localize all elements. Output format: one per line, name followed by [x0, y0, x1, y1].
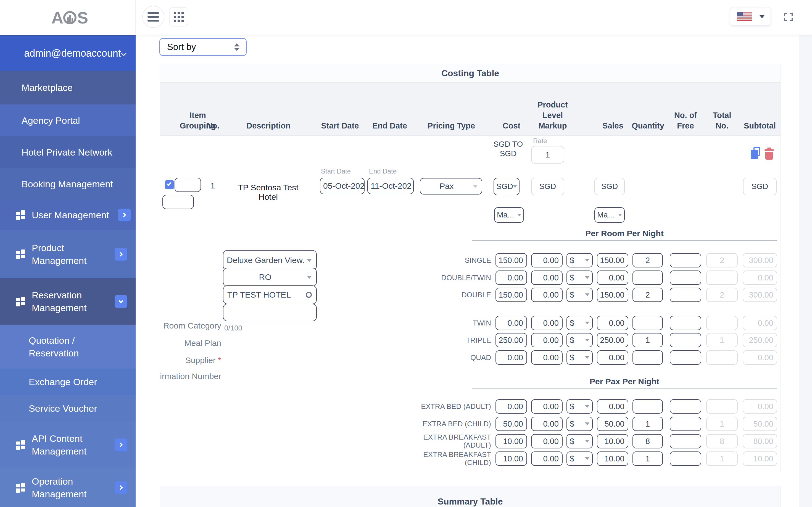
- cost-input[interactable]: [496, 333, 527, 347]
- rate-input[interactable]: [531, 146, 564, 164]
- delete-icon[interactable]: [764, 148, 774, 160]
- row-checkbox[interactable]: [165, 180, 174, 189]
- sidebar-item-hotel-private-network[interactable]: Hotel Private Network: [0, 136, 136, 168]
- sidebar-account-menu[interactable]: admin@demoaccount: [0, 35, 136, 70]
- chevron-down-icon[interactable]: [115, 295, 127, 308]
- quantity-input[interactable]: [632, 434, 663, 448]
- sidebar-item-booking-management[interactable]: Booking Management: [0, 168, 136, 200]
- cost-input[interactable]: [496, 417, 527, 431]
- chevron-right-icon[interactable]: [115, 481, 127, 494]
- cost-input[interactable]: [496, 316, 527, 330]
- markup-input[interactable]: [531, 316, 563, 330]
- sales-input[interactable]: [597, 451, 628, 466]
- markup-input[interactable]: [531, 451, 563, 466]
- sidebar-item-operation-management[interactable]: Operation Management: [0, 468, 136, 507]
- sales-input[interactable]: [597, 417, 628, 431]
- currency-mode-select[interactable]: $: [566, 451, 593, 466]
- quantity-input[interactable]: [632, 417, 663, 431]
- apps-grid-icon[interactable]: [169, 7, 188, 26]
- sales-input[interactable]: [597, 434, 628, 448]
- chevron-right-icon[interactable]: [118, 209, 131, 221]
- meal-plan-select[interactable]: RO: [223, 268, 317, 286]
- cost-markup-mode-select[interactable]: Ma...: [494, 207, 524, 223]
- cost-input[interactable]: [496, 288, 527, 302]
- copy-icon[interactable]: [751, 147, 762, 160]
- cost-input[interactable]: [496, 434, 527, 448]
- free-input[interactable]: [670, 288, 701, 302]
- quantity-input[interactable]: [632, 316, 663, 330]
- sidebar-item-marketplace[interactable]: Marketplace: [0, 70, 136, 104]
- markup-input[interactable]: [531, 350, 563, 365]
- cost-input[interactable]: [496, 271, 527, 285]
- chevron-right-icon[interactable]: [115, 439, 127, 451]
- free-input[interactable]: [670, 451, 701, 466]
- markup-input[interactable]: [531, 333, 563, 347]
- free-input[interactable]: [670, 434, 701, 448]
- hamburger-menu-icon[interactable]: [142, 6, 164, 28]
- sidebar-item-agency-portal[interactable]: Agency Portal: [0, 104, 136, 136]
- currency-mode-select[interactable]: $: [566, 316, 593, 330]
- sidebar-item-product-management[interactable]: Product Management: [0, 230, 136, 278]
- currency-mode-select[interactable]: $: [566, 271, 593, 285]
- meal-plan-label: Meal Plan: [160, 338, 221, 348]
- markup-input[interactable]: [531, 253, 563, 268]
- free-input[interactable]: [670, 333, 701, 347]
- room-category-select[interactable]: Deluxe Garden View...: [223, 250, 317, 271]
- cost-input[interactable]: [496, 350, 527, 365]
- currency-mode-select[interactable]: $: [566, 253, 593, 268]
- sidebar-item-service-voucher[interactable]: Service Voucher: [0, 395, 136, 421]
- free-input[interactable]: [670, 417, 701, 431]
- markup-input[interactable]: [531, 271, 563, 285]
- cost-input[interactable]: [496, 451, 527, 466]
- sales-input[interactable]: [597, 271, 628, 285]
- sidebar-item-api-content-management[interactable]: API Content Management: [0, 421, 136, 468]
- sales-input[interactable]: [597, 253, 628, 268]
- sales-markup-mode-select[interactable]: Ma...: [595, 207, 625, 223]
- pricing-type-select[interactable]: Pax: [420, 178, 482, 194]
- quantity-input[interactable]: [632, 288, 663, 302]
- confirmation-number-input[interactable]: [223, 304, 317, 321]
- free-input[interactable]: [670, 271, 701, 285]
- cost-input[interactable]: [496, 253, 527, 268]
- item-grouping-input-1[interactable]: [175, 178, 201, 192]
- item-grouping-input-2[interactable]: [163, 195, 194, 209]
- quantity-input[interactable]: [632, 253, 663, 268]
- free-input[interactable]: [670, 350, 701, 365]
- markup-input[interactable]: [531, 399, 563, 413]
- sales-input[interactable]: [597, 316, 628, 330]
- currency-mode-select[interactable]: $: [566, 333, 593, 347]
- markup-input[interactable]: [531, 434, 563, 448]
- sales-input[interactable]: [597, 350, 628, 365]
- markup-input[interactable]: [531, 417, 563, 431]
- supplier-input[interactable]: TP TEST HOTEL: [223, 285, 317, 304]
- sidebar-item-user-management[interactable]: User Management: [0, 200, 136, 230]
- cost-input[interactable]: [496, 399, 527, 413]
- quantity-input[interactable]: [632, 451, 663, 466]
- fullscreen-icon[interactable]: [784, 13, 793, 21]
- sidebar-item-exchange-order[interactable]: Exchange Order: [0, 369, 136, 395]
- end-date-input[interactable]: [367, 178, 414, 194]
- currency-mode-select[interactable]: $: [566, 350, 593, 365]
- free-input[interactable]: [670, 316, 701, 330]
- currency-mode-select[interactable]: $: [566, 399, 593, 413]
- sales-input[interactable]: [597, 288, 628, 302]
- currency-mode-select[interactable]: $: [566, 417, 593, 431]
- currency-mode-select[interactable]: $: [566, 288, 593, 302]
- markup-input[interactable]: [531, 288, 563, 302]
- free-input[interactable]: [670, 253, 701, 268]
- quantity-input[interactable]: [632, 399, 663, 413]
- quantity-input[interactable]: [632, 271, 663, 285]
- quantity-input[interactable]: [632, 333, 663, 347]
- sales-input[interactable]: [597, 399, 628, 413]
- free-input[interactable]: [670, 399, 701, 413]
- cost-currency-select[interactable]: SGD: [494, 178, 519, 195]
- sidebar-item-quotation-reservation[interactable]: Quotation / Reservation: [0, 325, 136, 369]
- start-date-input[interactable]: [320, 178, 365, 194]
- sales-input[interactable]: [597, 333, 628, 347]
- quantity-input[interactable]: [632, 350, 663, 365]
- sort-by-select[interactable]: Sort by: [160, 38, 247, 56]
- chevron-right-icon[interactable]: [115, 248, 127, 261]
- language-selector[interactable]: [730, 7, 771, 26]
- sidebar-item-reservation-management[interactable]: Reservation Management: [0, 278, 136, 325]
- currency-mode-select[interactable]: $: [566, 434, 593, 448]
